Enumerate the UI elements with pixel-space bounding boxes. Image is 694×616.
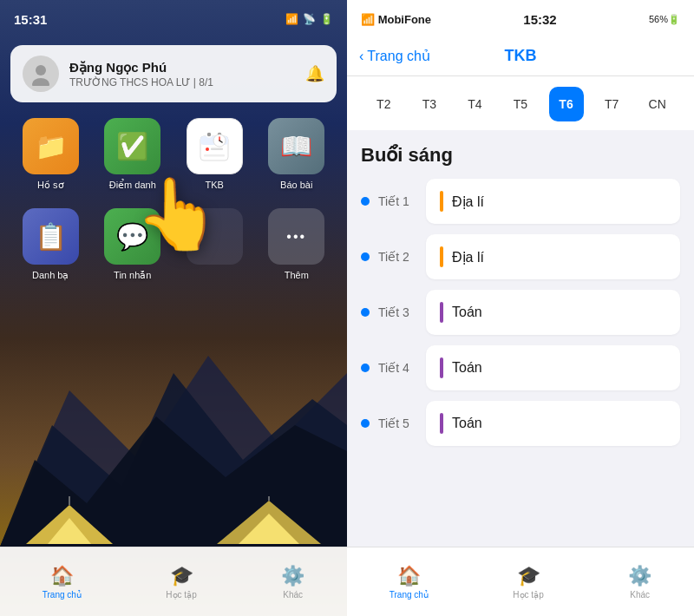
- notif-school: TRƯỜNG THCS HOA LƯ | 8/1: [69, 76, 295, 88]
- chevron-left-icon: ‹: [359, 49, 363, 64]
- tab-cn[interactable]: CN: [640, 87, 675, 121]
- tab-label-khac-right: Khác: [630, 590, 650, 600]
- right-phone-screen: 📶 MobiFone 15:32 56%🔋 ‹ Trang chủ TKB T2…: [347, 0, 694, 616]
- app-bao-bai[interactable]: 📖 Báo bài: [260, 118, 334, 191]
- dot-tiet2: [361, 252, 370, 261]
- notif-name: Đặng Ngọc Phú: [69, 60, 295, 75]
- subject-name-tiet2: Địa lí: [452, 249, 484, 265]
- study-icon-left: 🎓: [170, 565, 193, 587]
- carrier-icon-left: 📶: [285, 13, 298, 25]
- status-icons-left: 📶 📡 🔋: [285, 13, 333, 25]
- schedule-item-tiet3[interactable]: Tiết 3 Toán: [361, 290, 680, 335]
- tab-khac-right[interactable]: ⚙️ Khác: [628, 565, 651, 600]
- tab-trang-chu-right[interactable]: 🏠 Trang chủ: [390, 565, 429, 600]
- nav-header: ‹ Trang chủ TKB: [347, 38, 694, 76]
- tiet1-label: Tiết 1: [378, 194, 417, 208]
- status-icons-right: 56%🔋: [649, 14, 680, 25]
- app-icon-them: •••: [268, 208, 324, 265]
- time-left: 15:31: [14, 12, 47, 27]
- tab-t5[interactable]: T5: [503, 87, 538, 121]
- tab-t2[interactable]: T2: [366, 87, 401, 121]
- svg-rect-17: [204, 154, 225, 157]
- app-ho-so[interactable]: 📁 Hồ sơ: [14, 118, 88, 191]
- wifi-icon-left: 📡: [303, 13, 316, 25]
- schedule-item-tiet4[interactable]: Tiết 4 Toán: [361, 345, 680, 390]
- tiet5-label: Tiết 5: [378, 416, 417, 430]
- subject-card-tiet4: Toán: [426, 345, 680, 390]
- tab-t7[interactable]: T7: [594, 87, 629, 121]
- app-label-ho-so: Hồ sơ: [37, 180, 64, 191]
- tiet4-label: Tiết 4: [378, 361, 417, 375]
- subject-bar-tiet2: [440, 246, 443, 267]
- tiet2-label: Tiết 2: [378, 250, 417, 264]
- app-icon-diem-danh: ✅: [104, 118, 160, 174]
- day-tabs: T2 T3 T4 T5 T6 T7 CN: [347, 76, 694, 130]
- tab-label-trang-chu-right: Trang chủ: [390, 590, 429, 600]
- left-phone-screen: 15:31 📶 📡 🔋 Đặng Ngọc Phú TRƯỜNG THCS HO…: [0, 0, 347, 616]
- bottom-tab-bar-left: 🏠 Trang chủ 🎓 Học tập ⚙️ Khác: [0, 547, 347, 616]
- app-label-danh-ba: Danh bạ: [32, 270, 69, 281]
- notification-card[interactable]: Đặng Ngọc Phú TRƯỜNG THCS HOA LƯ | 8/1 🔔: [10, 45, 337, 102]
- section-title: Buổi sáng: [361, 144, 680, 167]
- time-right: 15:32: [523, 12, 556, 27]
- app-danh-ba[interactable]: 📋 Danh bạ: [14, 208, 88, 281]
- battery-text-right: 56%🔋: [649, 14, 680, 25]
- tab-label-hoc-tap-left: Học tập: [166, 590, 196, 600]
- dot-tiet3: [361, 308, 370, 317]
- tab-trang-chu-left[interactable]: 🏠 Trang chủ: [43, 565, 82, 600]
- settings-icon-right: ⚙️: [628, 565, 651, 587]
- schedule-item-tiet2[interactable]: Tiết 2 Địa lí: [361, 234, 680, 279]
- subject-bar-tiet4: [440, 357, 443, 378]
- avatar: [23, 56, 59, 92]
- tab-label-khac-left: Khác: [283, 590, 303, 600]
- cursor-hand-icon: 👆: [134, 174, 221, 255]
- svg-point-10: [32, 78, 49, 86]
- tab-t6[interactable]: T6: [549, 87, 584, 121]
- home-icon-right: 🏠: [397, 565, 421, 587]
- app-icon-danh-ba: 📋: [23, 208, 79, 265]
- tents: [0, 496, 347, 548]
- schedule-list: Tiết 1 Địa lí Tiết 2 Địa lí: [361, 179, 680, 446]
- app-icon-ho-so: 📁: [23, 118, 79, 174]
- back-button[interactable]: ‹ Trang chủ: [359, 48, 430, 64]
- tab-t4[interactable]: T4: [457, 87, 492, 121]
- app-label-them: Thêm: [285, 270, 309, 280]
- tab-hoc-tap-right[interactable]: 🎓 Học tập: [513, 565, 543, 600]
- app-icon-bao-bai: 📖: [268, 118, 324, 174]
- tab-khac-left[interactable]: ⚙️ Khác: [281, 565, 304, 600]
- app-label-bao-bai: Báo bài: [280, 180, 312, 190]
- schedule-item-tiet1[interactable]: Tiết 1 Địa lí: [361, 179, 680, 224]
- dot-tiet4: [361, 364, 370, 372]
- battery-icon-left: 🔋: [320, 13, 333, 25]
- subject-name-tiet3: Toán: [452, 305, 482, 320]
- tab-label-hoc-tap-right: Học tập: [513, 590, 543, 600]
- carrier-right: 📶 MobiFone: [361, 13, 431, 26]
- tab-hoc-tap-left[interactable]: 🎓 Học tập: [166, 565, 196, 600]
- settings-icon-left: ⚙️: [281, 565, 304, 587]
- subject-bar-tiet1: [440, 191, 443, 212]
- nav-title: TKB: [505, 47, 537, 65]
- svg-point-9: [36, 65, 46, 75]
- svg-rect-16: [211, 147, 223, 150]
- home-icon-left: 🏠: [50, 565, 74, 587]
- subject-name-tiet5: Toán: [452, 416, 482, 431]
- subject-name-tiet4: Toán: [452, 360, 482, 376]
- content-area: Buổi sáng Tiết 1 Địa lí Tiết 2 Đị: [347, 130, 694, 460]
- tab-t3[interactable]: T3: [412, 87, 447, 121]
- back-label: Trang chủ: [367, 48, 430, 64]
- subject-bar-tiet5: [440, 413, 443, 434]
- app-icon-tkb: [187, 118, 243, 174]
- subject-card-tiet5: Toán: [426, 401, 680, 446]
- subject-card-tiet3: Toán: [426, 290, 680, 335]
- status-bar-left: 15:31 📶 📡 🔋: [0, 0, 347, 38]
- bell-icon: 🔔: [305, 64, 324, 83]
- app-them[interactable]: ••• Thêm: [260, 208, 334, 281]
- schedule-list-wrapper: Tiết 1 Địa lí Tiết 2 Địa lí: [361, 179, 680, 446]
- schedule-item-tiet5[interactable]: Tiết 5 Toán: [361, 401, 680, 446]
- svg-point-13: [206, 132, 212, 137]
- svg-point-15: [206, 147, 209, 151]
- subject-bar-tiet3: [440, 302, 443, 323]
- tiet3-label: Tiết 3: [378, 305, 417, 319]
- dot-tiet5: [361, 419, 370, 428]
- notif-text: Đặng Ngọc Phú TRƯỜNG THCS HOA LƯ | 8/1: [69, 60, 295, 88]
